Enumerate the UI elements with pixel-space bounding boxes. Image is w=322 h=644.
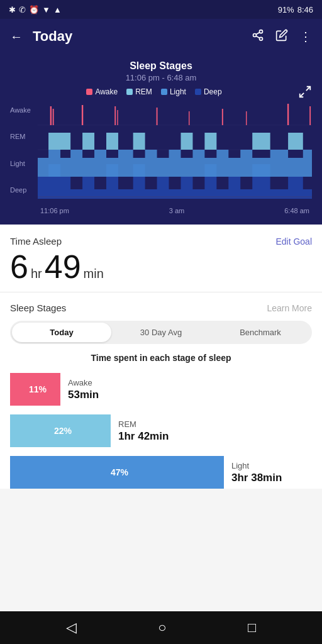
time-asleep-section: Time Asleep Edit Goal 6 hr 49 min — [0, 225, 322, 292]
chart-y-labels: Awake REM Light Deep — [10, 101, 38, 199]
status-bar: ✱ ✆ ⏰ ▼ ▲ 91% 8:46 — [0, 0, 322, 19]
rem-pct: 22% — [49, 426, 72, 436]
svg-rect-10 — [48, 133, 70, 150]
rem-time: 1hr 42min — [118, 430, 169, 443]
vibrate-icon: ✆ — [19, 5, 26, 14]
chart-x-labels: 11:06 pm 3 am 6:48 am — [38, 207, 312, 214]
svg-point-1 — [253, 33, 257, 36]
svg-rect-13 — [133, 133, 145, 150]
hours-value: 6 — [10, 250, 28, 283]
rem-bar: 22% — [10, 414, 111, 447]
legend-awake-label: Awake — [95, 87, 118, 96]
learn-more-link[interactable]: Learn More — [267, 303, 312, 313]
status-right-icons: 91% 8:46 — [278, 5, 313, 14]
sleep-stages-section: Sleep Stages Learn More Today 30 Day Avg… — [0, 292, 322, 489]
svg-line-5 — [306, 87, 310, 91]
awake-time: 53min — [68, 389, 99, 401]
status-left-icons: ✱ ✆ ⏰ ▼ ▲ — [9, 5, 62, 14]
legend-deep: Deep — [195, 87, 222, 96]
chart-legend: Awake REM Light Deep — [10, 87, 298, 96]
legend-rem-label: REM — [135, 87, 152, 96]
alarm-icon: ⏰ — [29, 5, 39, 14]
svg-point-0 — [260, 30, 263, 33]
chart-subtitle: 11:06 pm - 6:48 am — [10, 73, 312, 82]
svg-point-2 — [260, 37, 263, 40]
svg-rect-16 — [252, 133, 270, 150]
tab-30day[interactable]: 30 Day Avg — [111, 323, 211, 342]
svg-rect-12 — [106, 133, 118, 150]
x-label-start: 11:06 pm — [40, 207, 69, 214]
stage-row-awake: 11% Awake 53min — [10, 373, 312, 406]
svg-rect-14 — [180, 133, 192, 150]
y-label-deep: Deep — [10, 186, 38, 194]
stage-row-light: 47% Light 3hr 38min — [10, 456, 312, 489]
light-bar-wrap: 47% — [10, 456, 224, 489]
awake-info: Awake 53min — [60, 378, 99, 401]
time-asleep-header: Time Asleep Edit Goal — [10, 236, 312, 247]
main-content: Time Asleep Edit Goal 6 hr 49 min Sleep … — [0, 225, 322, 489]
light-bar: 47% — [10, 456, 224, 489]
share-button[interactable] — [252, 29, 264, 45]
sleep-chart-section: Sleep Stages 11:06 pm - 6:48 am Awake RE… — [0, 54, 322, 225]
svg-line-3 — [256, 36, 260, 38]
header-left: ← Today — [10, 28, 72, 45]
sleep-stages-header: Sleep Stages Learn More — [10, 303, 312, 313]
bottom-navigation: ◁ ○ □ — [0, 611, 322, 644]
stage-bars: 11% Awake 53min 22% REM 1hr 42min — [10, 373, 312, 489]
hr-unit: hr — [31, 267, 42, 281]
time-text: 8:46 — [297, 5, 313, 14]
time-asleep-label: Time Asleep — [10, 236, 62, 247]
sleep-tabs: Today 30 Day Avg Benchmark — [10, 321, 312, 344]
awake-bar-wrap: 11% — [10, 373, 60, 406]
signal-icon: ▲ — [53, 5, 62, 14]
light-name: Light — [231, 461, 282, 470]
nav-home-button[interactable]: ○ — [158, 619, 166, 636]
nav-back-button[interactable]: ◁ — [66, 619, 77, 636]
y-label-rem: REM — [10, 133, 38, 140]
edit-goal-link[interactable]: Edit Goal — [275, 236, 312, 247]
awake-bar: 11% — [10, 373, 60, 406]
svg-rect-11 — [82, 133, 94, 150]
header-right: ⋮ — [252, 29, 312, 45]
page-title: Today — [33, 28, 72, 45]
minutes-value: 49 — [45, 250, 81, 283]
legend-deep-label: Deep — [204, 87, 222, 96]
chart-title: Sleep Stages — [10, 60, 312, 72]
sleep-chart: Awake REM Light Deep — [10, 101, 312, 214]
time-display: 6 hr 49 min — [10, 250, 312, 283]
legend-rem: REM — [126, 87, 152, 96]
bluetooth-icon: ✱ — [9, 5, 16, 14]
awake-pct: 11% — [24, 384, 47, 394]
more-button[interactable]: ⋮ — [299, 29, 312, 44]
sleep-stages-label: Sleep Stages — [10, 303, 66, 313]
edit-button[interactable] — [275, 29, 288, 45]
back-button[interactable]: ← — [10, 30, 23, 44]
light-time: 3hr 38min — [231, 472, 282, 484]
legend-light: Light — [161, 87, 186, 96]
svg-line-6 — [300, 93, 304, 97]
battery-text: 91% — [278, 5, 294, 14]
rem-bar-wrap: 22% — [10, 414, 111, 447]
x-label-mid: 3 am — [169, 207, 184, 214]
light-info: Light 3hr 38min — [224, 461, 282, 484]
legend-light-label: Light — [170, 87, 186, 96]
svg-rect-15 — [204, 133, 216, 150]
legend-awake: Awake — [86, 87, 118, 96]
svg-line-4 — [256, 32, 260, 34]
rem-info: REM 1hr 42min — [111, 419, 169, 443]
tab-today[interactable]: Today — [12, 323, 111, 342]
stage-row-rem: 22% REM 1hr 42min — [10, 414, 312, 447]
rem-name: REM — [118, 419, 169, 429]
svg-rect-17 — [288, 133, 303, 150]
time-spent-label: Time spent in each stage of sleep — [10, 353, 312, 363]
app-header: ← Today ⋮ — [0, 19, 322, 54]
wifi-icon: ▼ — [42, 5, 50, 14]
y-label-light: Light — [10, 160, 38, 167]
chart-svg-container — [38, 101, 312, 199]
x-label-end: 6:48 am — [284, 207, 309, 214]
y-label-awake: Awake — [10, 106, 38, 114]
awake-name: Awake — [68, 378, 99, 387]
nav-recent-button[interactable]: □ — [248, 619, 256, 636]
tab-benchmark[interactable]: Benchmark — [211, 323, 310, 342]
min-unit: min — [84, 267, 104, 281]
